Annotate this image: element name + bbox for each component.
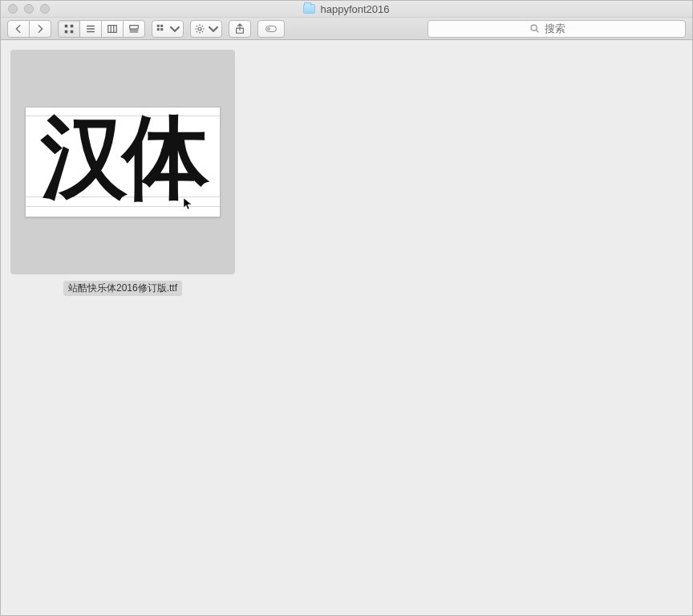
chevron-down-icon bbox=[208, 23, 219, 34]
svg-rect-2 bbox=[65, 30, 68, 33]
svg-rect-16 bbox=[160, 28, 163, 30]
view-group bbox=[58, 20, 145, 38]
search-icon bbox=[529, 23, 540, 34]
chevron-left-icon bbox=[13, 23, 24, 34]
close-window-button[interactable] bbox=[8, 4, 18, 14]
titlebar: happyfont2016 bbox=[1, 1, 692, 18]
file-item[interactable]: 汉体 站酷快乐体2016修订版.ttf bbox=[10, 50, 235, 296]
window-title-text: happyfont2016 bbox=[320, 3, 389, 15]
chevron-right-icon bbox=[34, 23, 46, 34]
forward-button[interactable] bbox=[29, 20, 51, 38]
toolbar bbox=[1, 18, 692, 40]
minimize-window-button[interactable] bbox=[24, 4, 34, 14]
grid-icon bbox=[63, 23, 75, 34]
columns-icon bbox=[107, 23, 118, 34]
file-name-label[interactable]: 站酷快乐体2016修订版.ttf bbox=[63, 281, 182, 296]
list-view-button[interactable] bbox=[79, 20, 102, 38]
tags-button[interactable] bbox=[257, 20, 285, 38]
tag-icon bbox=[265, 23, 277, 34]
action-button[interactable] bbox=[190, 20, 222, 38]
search-field[interactable] bbox=[428, 20, 686, 38]
back-button[interactable] bbox=[7, 20, 30, 38]
svg-point-21 bbox=[531, 25, 537, 30]
font-preview-card: 汉体 bbox=[25, 107, 221, 217]
svg-rect-14 bbox=[160, 24, 163, 26]
content-area[interactable]: 汉体 站酷快乐体2016修订版.ttf bbox=[1, 40, 692, 615]
file-thumbnail-selected[interactable]: 汉体 bbox=[10, 50, 235, 274]
svg-rect-3 bbox=[71, 30, 74, 33]
share-icon bbox=[234, 23, 245, 34]
folder-icon bbox=[303, 4, 315, 14]
list-icon bbox=[85, 23, 96, 34]
svg-rect-0 bbox=[65, 24, 68, 27]
coverflow-icon bbox=[128, 23, 140, 34]
window-controls bbox=[1, 4, 50, 14]
arrange-button[interactable] bbox=[152, 20, 184, 38]
svg-point-20 bbox=[268, 27, 270, 30]
svg-rect-7 bbox=[108, 25, 117, 32]
gear-icon bbox=[194, 23, 205, 34]
search-input[interactable] bbox=[545, 22, 585, 34]
coverflow-view-button[interactable] bbox=[123, 20, 145, 38]
svg-rect-10 bbox=[130, 25, 139, 28]
finder-window: happyfont2016 bbox=[0, 0, 693, 616]
svg-line-22 bbox=[536, 30, 538, 32]
zoom-window-button[interactable] bbox=[40, 4, 50, 14]
chevron-down-icon bbox=[169, 23, 180, 34]
svg-rect-1 bbox=[71, 24, 74, 27]
column-view-button[interactable] bbox=[101, 20, 124, 38]
svg-point-17 bbox=[197, 26, 201, 30]
icon-view-button[interactable] bbox=[58, 20, 80, 38]
svg-rect-13 bbox=[156, 24, 159, 26]
nav-group bbox=[7, 20, 51, 38]
share-button[interactable] bbox=[229, 20, 251, 38]
arrange-icon bbox=[156, 23, 167, 34]
svg-rect-15 bbox=[156, 28, 159, 30]
font-sample-text: 汉体 bbox=[30, 108, 215, 206]
window-title: happyfont2016 bbox=[1, 3, 692, 15]
